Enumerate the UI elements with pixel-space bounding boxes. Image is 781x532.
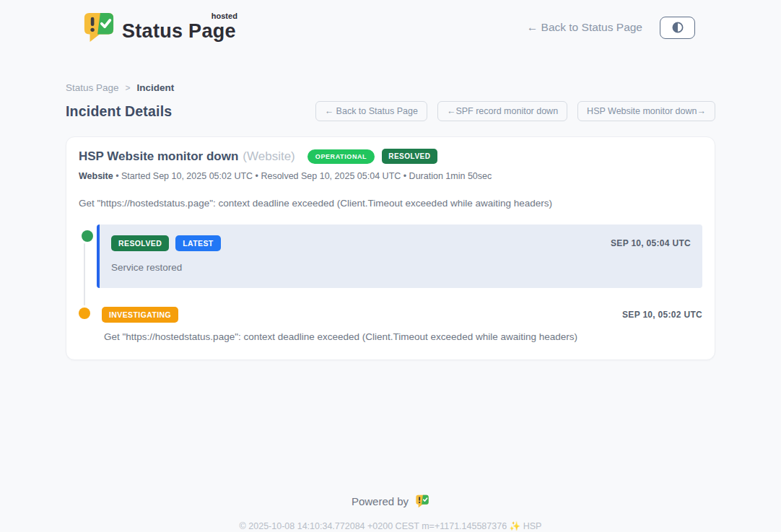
timeline-latest-badge: LATEST [175, 235, 220, 251]
half-circle-contrast-icon [671, 20, 685, 35]
title-row: Incident Details ← Back to Status Page ←… [66, 101, 715, 121]
timeline-investigating-badge: INVESTIGATING [102, 307, 178, 323]
breadcrumb-root[interactable]: Status Page [66, 82, 119, 93]
copyright-line: © 2025-10-08 14:10:34.772084 +0200 CEST … [66, 520, 715, 531]
timeline-message: Get "https://hostedstatus.page": context… [104, 331, 702, 342]
incident-nav-buttons: ← Back to Status Page ←SPF record monito… [315, 101, 715, 121]
page-container: Status Page hosted ← Back to Status Page… [66, 0, 715, 531]
timeline-dot-green [82, 230, 93, 242]
top-bar: Status Page hosted ← Back to Status Page [66, 0, 715, 46]
incident-description: Get "https://hostedstatus.page": context… [79, 198, 702, 209]
incident-component: (Website) [243, 149, 294, 164]
operational-status-badge: OPERATIONAL [307, 149, 375, 164]
header-back-link[interactable]: ← Back to Status Page [527, 21, 642, 34]
timeline-rail [84, 239, 85, 313]
brand-text: Status Page hosted [122, 14, 236, 41]
theme-toggle-button[interactable] [660, 17, 695, 39]
brand-logo[interactable]: Status Page hosted [83, 12, 236, 43]
incident-card: HSP Website monitor down (Website) OPERA… [66, 136, 715, 360]
brand-superscript: hosted [211, 12, 237, 20]
breadcrumb-separator: > [126, 83, 131, 93]
breadcrumb-current: Incident [137, 82, 175, 93]
footer: Powered by © 2025-10-08 14:10:34.772084 … [66, 494, 715, 531]
status-page-logo-icon [83, 12, 115, 43]
incident-meta: Website • Started Sep 10, 2025 05:02 UTC… [79, 171, 702, 181]
back-to-status-page-button[interactable]: ← Back to Status Page [315, 101, 427, 121]
powered-by-label: Powered by [352, 495, 409, 507]
prev-incident-button[interactable]: ←SPF record monitor down [437, 101, 567, 121]
timeline-entry-head: RESOLVED LATEST SEP 10, 05:04 UTC [111, 235, 691, 251]
timeline-entry-head: INVESTIGATING SEP 10, 05:02 UTC [102, 307, 702, 323]
timeline-resolved-badge: RESOLVED [111, 235, 169, 251]
hsp-logo-icon [415, 494, 429, 508]
incident-timeline: RESOLVED LATEST SEP 10, 05:04 UTC Servic… [79, 224, 702, 342]
incident-meta-component: Website [79, 171, 113, 181]
incident-title: HSP Website monitor down [79, 149, 238, 164]
incident-meta-details: • Started Sep 10, 2025 05:02 UTC • Resol… [115, 171, 492, 181]
timeline-dot-orange [79, 308, 90, 319]
page-title: Incident Details [66, 103, 172, 120]
timeline-entry-investigating: INVESTIGATING SEP 10, 05:02 UTC Get "htt… [102, 307, 702, 342]
breadcrumb: Status Page > Incident [66, 82, 715, 93]
brand-name: Status Page [122, 20, 236, 42]
next-incident-button[interactable]: HSP Website monitor down→ [577, 101, 715, 121]
timeline-message: Service restored [111, 262, 691, 273]
top-bar-right: ← Back to Status Page [527, 17, 695, 39]
timeline-entry-resolved: RESOLVED LATEST SEP 10, 05:04 UTC Servic… [97, 224, 702, 288]
resolved-state-badge: RESOLVED [382, 149, 437, 164]
incident-title-row: HSP Website monitor down (Website) OPERA… [79, 149, 702, 164]
timeline-timestamp: SEP 10, 05:04 UTC [611, 238, 691, 248]
timeline-timestamp: SEP 10, 05:02 UTC [622, 310, 702, 320]
powered-by: Powered by [66, 494, 715, 508]
